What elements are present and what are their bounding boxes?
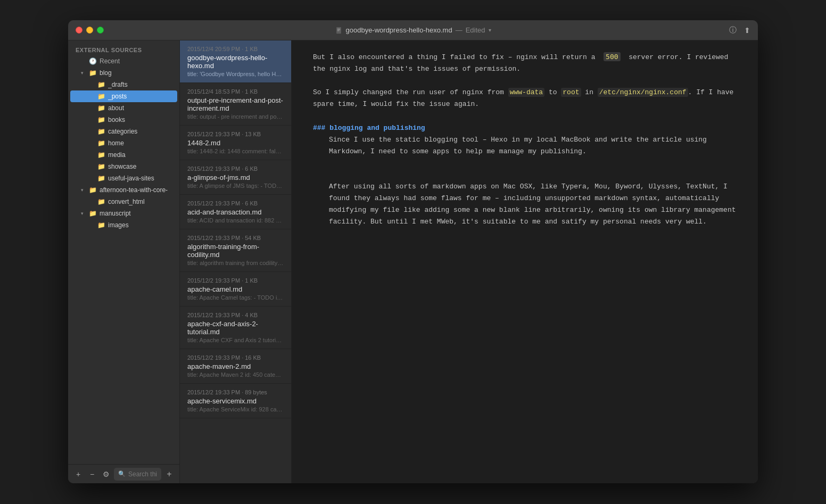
file-name-5: acid-and-transaction.md [187, 208, 284, 216]
file-item-apache-camel[interactable]: 2015/12/2 19:33 PM · 1 KB apache-camel.m… [180, 272, 291, 307]
file-item-apache-maven[interactable]: 2015/12/2 19:33 PM · 16 KB apache-maven-… [180, 349, 291, 384]
sidebar-item-drafts-label: _drafts [108, 81, 128, 88]
add-folder-button[interactable]: + [72, 468, 84, 480]
file-meta-9: 2015/12/2 19:33 PM · 16 KB [187, 354, 284, 361]
file-item-1448-2[interactable]: 2015/12/2 19:33 PM · 13 KB 1448-2.md tit… [180, 126, 291, 160]
folder-afternoon-icon: 📁 [89, 186, 97, 194]
file-name-7: apache-camel.md [187, 285, 284, 293]
file-meta-1: 2015/12/4 20:59 PM · 1 KB [187, 46, 284, 52]
search-input[interactable] [128, 470, 157, 478]
sidebar-item-blog-label: blog [100, 69, 112, 77]
svg-rect-0 [336, 27, 341, 33]
folder-manuscript-icon: 📁 [89, 210, 97, 217]
file-item-goodbye-wordpress[interactable]: 2015/12/4 20:59 PM · 1 KB goodbye-wordpr… [180, 40, 291, 83]
sidebar-item-media[interactable]: 📁 media [70, 149, 177, 161]
file-name-6: algorithm-training-from-codility.md [187, 243, 284, 259]
file-subtitle-5: title: ACID and transaction id: 882 cate… [187, 217, 284, 224]
sidebar-item-showcase[interactable]: 📁 showcase [70, 161, 177, 172]
add-file-button[interactable]: + [163, 468, 175, 480]
folder-drafts-icon: 📁 [97, 81, 105, 88]
sidebar-item-recent[interactable]: 🕐 Recent [70, 55, 177, 67]
sidebar-item-manuscript[interactable]: ▾ 📁 manuscript [70, 208, 177, 219]
editor-panel[interactable]: But I also encountered a thing I failed … [292, 40, 758, 483]
file-subtitle-9: title: Apache Maven 2 id: 450 categori..… [187, 371, 284, 378]
file-name-3: 1448-2.md [187, 139, 284, 147]
sidebar-footer: + − ⚙ 🔍 + [68, 464, 179, 483]
settings-button[interactable]: ⚙ [100, 468, 112, 480]
file-meta-3: 2015/12/2 19:33 PM · 13 KB [187, 131, 284, 137]
file-name-9: apache-maven-2.md [187, 362, 284, 370]
file-item-acid[interactable]: 2015/12/2 19:33 PM · 6 KB acid-and-trans… [180, 195, 291, 229]
folder-showcase-icon: 📁 [97, 163, 105, 170]
sidebar-item-home[interactable]: 📁 home [70, 137, 177, 149]
sidebar-item-about-label: about [108, 104, 124, 112]
file-subtitle-1: title: 'Goodbye Wordpress, hello Hexol..… [187, 71, 284, 77]
file-meta-7: 2015/12/2 19:33 PM · 1 KB [187, 277, 284, 284]
editor-content: But I also encountered a thing I failed … [313, 51, 737, 228]
sidebar-item-categories[interactable]: 📁 categories [70, 126, 177, 137]
file-name-1: goodbye-wordpress-hello-hexo.md [187, 54, 284, 70]
folder-media-icon: 📁 [97, 151, 105, 159]
sidebar-content: EXTERNAL SOURCES 🕐 Recent ▾ 📁 blog [68, 40, 179, 464]
file-item-apache-cxf[interactable]: 2015/12/2 19:33 PM · 4 KB apache-cxf-and… [180, 307, 291, 349]
file-subtitle-7: title: Apache Camel tags: - TODO id:... [187, 294, 284, 301]
file-meta-10: 2015/12/2 19:33 PM · 89 bytes [187, 389, 284, 395]
title-status: Edited [466, 26, 485, 34]
folder-useful-icon: 📁 [97, 175, 105, 182]
sidebar-item-recent-label: Recent [100, 57, 120, 65]
sidebar-item-posts[interactable]: 📁 _posts [70, 90, 177, 102]
sidebar-item-blog[interactable]: ▾ 📁 blog [70, 67, 177, 79]
file-item-jms[interactable]: 2015/12/2 19:33 PM · 6 KB a-glimpse-of-j… [180, 160, 291, 195]
file-subtitle-3: title: 1448-2 id: 1448 comment: false c.… [187, 148, 284, 154]
editor-para-1: Since I use the static blogging tool – H… [313, 134, 737, 158]
sidebar-item-books-label: books [108, 116, 125, 123]
title-filename: goodbye-wordpress-hello-hexo.md [345, 26, 452, 34]
file-list-content: 2015/12/4 20:59 PM · 1 KB goodbye-wordpr… [180, 40, 291, 483]
file-meta-8: 2015/12/2 19:33 PM · 4 KB [187, 312, 284, 318]
folder-images-icon: 📁 [97, 221, 105, 229]
sidebar-item-afternoon-tea[interactable]: ▾ 📁 afternoon-tea-with-core- [70, 184, 177, 196]
minimize-button[interactable] [86, 27, 93, 34]
main-content: EXTERNAL SOURCES 🕐 Recent ▾ 📁 blog [68, 40, 758, 483]
editor-para-2: After using all sorts of markdown apps o… [313, 181, 737, 228]
search-bar[interactable]: 🔍 [114, 468, 161, 481]
sidebar-item-posts-label: _posts [108, 93, 127, 100]
title-chevron-icon[interactable]: ▾ [489, 27, 491, 33]
file-item-apache-servicemix[interactable]: 2015/12/2 19:33 PM · 89 bytes apache-ser… [180, 384, 291, 418]
file-meta-2: 2015/12/4 18:53 PM · 1 KB [187, 88, 284, 95]
file-meta-6: 2015/12/2 19:33 PM · 54 KB [187, 235, 284, 241]
folder-home-icon: 📁 [97, 139, 105, 147]
sidebar-item-convert-label: convert_html [108, 198, 145, 205]
sidebar-item-home-label: home [108, 139, 124, 147]
title-bar-right: ⓘ ⬆ [729, 26, 750, 35]
sidebar-item-images[interactable]: 📁 images [70, 219, 177, 231]
sidebar-item-useful-java-sites[interactable]: 📁 useful-java-sites [70, 172, 177, 184]
sidebar-item-drafts[interactable]: 📁 _drafts [70, 79, 177, 90]
remove-folder-button[interactable]: − [86, 468, 98, 480]
file-subtitle-4: title: A glimpse of JMS tags: - TODO i..… [187, 183, 284, 189]
sidebar-item-useful-label: useful-java-sites [108, 175, 154, 182]
maximize-button[interactable] [97, 27, 104, 34]
file-meta-4: 2015/12/2 19:33 PM · 6 KB [187, 166, 284, 172]
file-subtitle-8: title: Apache CXF and Axis 2 tutorial ta… [187, 337, 284, 343]
sidebar-item-about[interactable]: 📁 about [70, 102, 177, 114]
file-item-output-pre-increment[interactable]: 2015/12/4 18:53 PM · 1 KB output-pre-inc… [180, 83, 291, 126]
title-bar-center: goodbye-wordpress-hello-hexo.md — Edited… [335, 26, 491, 34]
file-icon [335, 27, 342, 34]
sidebar-item-books[interactable]: 📁 books [70, 114, 177, 126]
clock-icon: 🕐 [89, 57, 97, 65]
share-icon[interactable]: ⬆ [744, 26, 750, 35]
folder-blog-icon: 📁 [89, 69, 97, 77]
folder-about-icon: 📁 [97, 104, 105, 112]
folder-posts-icon: 📁 [97, 93, 105, 100]
sidebar: EXTERNAL SOURCES 🕐 Recent ▾ 📁 blog [68, 40, 180, 483]
info-icon[interactable]: ⓘ [729, 26, 737, 35]
close-button[interactable] [76, 27, 82, 34]
sidebar-item-images-label: images [108, 221, 129, 229]
sidebar-item-convert-html[interactable]: 📁 convert_html [70, 196, 177, 208]
chevron-afternoon-icon: ▾ [81, 187, 86, 193]
sidebar-item-media-label: media [108, 151, 126, 159]
file-name-2: output-pre-increment-and-post-increment.… [187, 96, 284, 112]
file-item-algorithm[interactable]: 2015/12/2 19:33 PM · 54 KB algorithm-tra… [180, 229, 291, 272]
file-name-4: a-glimpse-of-jms.md [187, 173, 284, 181]
